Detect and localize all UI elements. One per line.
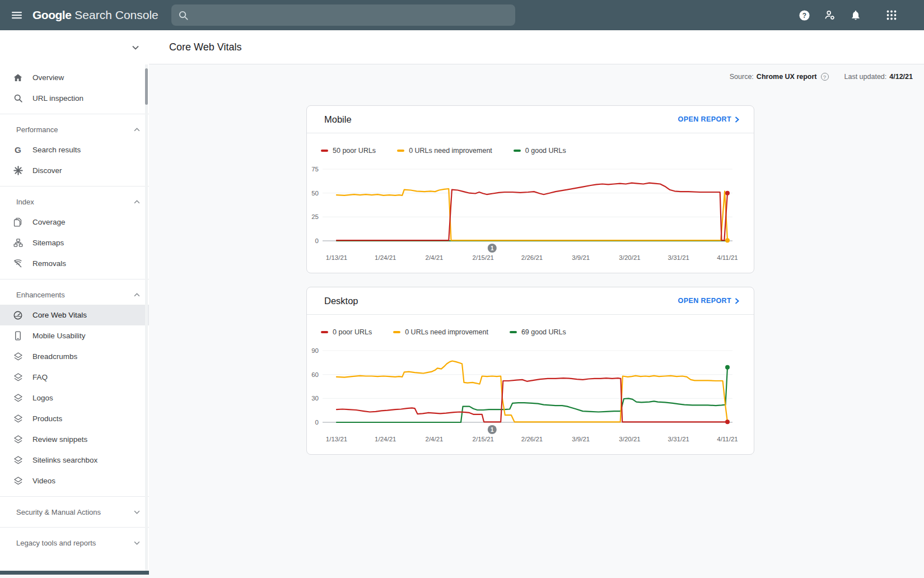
nav-section-label: Enhancements	[16, 291, 65, 299]
page-title: Core Web Vitals	[169, 30, 241, 64]
legend-item: 0 poor URLs	[321, 328, 372, 336]
mobile-line-chart[interactable]: 02550751/13/211/24/212/4/212/15/212/26/2…	[307, 164, 755, 268]
mobile-legend: 50 poor URLs0 URLs need improvement0 goo…	[307, 146, 754, 156]
x-axis-tick-label: 2/15/21	[473, 436, 494, 442]
gauge-icon	[12, 310, 24, 321]
property-selector[interactable]	[0, 30, 149, 64]
sidebar-item-coverage[interactable]: Coverage	[0, 212, 149, 232]
sidebar-item-label: Review snippets	[32, 435, 87, 444]
sidebar-scrollbar-thumb[interactable]	[145, 68, 148, 105]
x-axis-tick-label: 4/11/21	[717, 254, 738, 261]
sidebar-item-sitelinks-searchbox[interactable]: Sitelinks searchbox	[0, 450, 149, 470]
nav-divider	[0, 527, 149, 528]
layers-icon	[12, 455, 24, 466]
sidebar-item-core-web-vitals[interactable]: Core Web Vitals	[0, 305, 149, 325]
x-axis-tick-label: 4/11/21	[717, 436, 738, 442]
series-line-poor-urls	[337, 183, 727, 240]
chevron-down-icon	[134, 510, 140, 514]
x-axis-tick-label: 2/26/21	[521, 254, 543, 261]
sidebar-item-url-inspection[interactable]: URL inspection	[0, 88, 149, 109]
x-axis-tick-label: 2/26/21	[521, 436, 543, 442]
google-apps-grid-icon[interactable]	[881, 5, 902, 25]
layers-icon	[12, 434, 24, 445]
top-bar: Google Search Console ?	[0, 0, 924, 30]
user-settings-icon[interactable]	[820, 5, 840, 25]
hamburger-menu-icon[interactable]	[4, 3, 29, 27]
source-help-icon[interactable]: ?	[821, 73, 829, 81]
help-icon[interactable]: ?	[794, 5, 814, 25]
y-axis-tick-label: 0	[315, 237, 319, 244]
app-logo[interactable]: Google Search Console	[32, 8, 158, 22]
x-axis-tick-label: 2/4/21	[426, 254, 444, 261]
nav-section-index[interactable]: Index	[0, 192, 149, 212]
x-axis-tick-label: 1/24/21	[375, 436, 396, 442]
sidebar-item-videos[interactable]: Videos	[0, 470, 149, 491]
nav-divider	[0, 186, 149, 187]
home-icon	[12, 72, 24, 83]
sidebar-item-search-results[interactable]: GSearch results	[0, 139, 149, 160]
layers-icon	[12, 393, 24, 404]
source-row: Source: Chrome UX report ? Last updated:…	[149, 64, 924, 89]
sidebar-item-breadcrumbs[interactable]: Breadcrumbs	[0, 346, 149, 367]
sidebar-item-label: Breadcrumbs	[32, 352, 77, 361]
desktop-line-chart[interactable]: 03060901/13/211/24/212/4/212/15/212/26/2…	[307, 345, 755, 449]
layers-icon	[12, 372, 24, 383]
sidebar-item-label: Search results	[32, 146, 81, 154]
sidebar-item-label: Removals	[32, 259, 66, 268]
sidebar-item-discover[interactable]: Discover	[0, 160, 149, 181]
legend-item: 50 poor URLs	[321, 147, 376, 155]
layers-icon	[12, 351, 24, 362]
x-axis-tick-label: 3/9/21	[572, 254, 590, 261]
sidebar-item-review-snippets[interactable]: Review snippets	[0, 429, 149, 450]
mobile-card: Mobile OPEN REPORT 50 poor URLs0 URLs ne…	[306, 105, 754, 273]
sidebar-scrollbar-track[interactable]	[145, 64, 148, 575]
sidebar-item-mobile-usability[interactable]: Mobile Usability	[0, 325, 149, 346]
sidebar-item-logos[interactable]: Logos	[0, 388, 149, 408]
svg-text:?: ?	[802, 11, 806, 19]
sidebar-item-label: Overview	[32, 73, 64, 82]
y-axis-tick-label: 60	[311, 371, 319, 378]
y-axis-tick-label: 0	[315, 419, 319, 426]
sidebar-item-removals[interactable]: Removals	[0, 253, 149, 274]
layers-icon	[12, 476, 24, 487]
series-line-urls-need-improvement	[337, 361, 727, 422]
legend-item: 0 URLs need improvement	[397, 147, 492, 155]
nav-section-enhancements[interactable]: Enhancements	[0, 285, 149, 305]
sidebar-item-label: Logos	[32, 394, 53, 402]
nav-section-security-manual-actions[interactable]: Security & Manual Actions	[0, 502, 149, 522]
legend-label: 69 good URLs	[521, 328, 566, 336]
sidebar-item-label: Mobile Usability	[32, 332, 86, 340]
legend-label: 50 poor URLs	[333, 147, 376, 155]
last-updated-value: 4/12/21	[889, 73, 913, 81]
annotation-marker-label: 1	[491, 245, 494, 251]
nav-section-legacy-tools-and-reports[interactable]: Legacy tools and reports	[0, 533, 149, 553]
nav-section-label: Index	[16, 198, 34, 206]
nav-section-performance[interactable]: Performance	[0, 119, 149, 139]
x-axis-tick-label: 3/31/21	[668, 436, 689, 442]
notifications-bell-icon[interactable]	[846, 5, 866, 25]
open-report-button-desktop[interactable]: OPEN REPORT	[678, 297, 739, 305]
google-search-console-app: Google Search Console ?	[0, 0, 924, 578]
sidebar-item-sitemaps[interactable]: Sitemaps	[0, 232, 149, 253]
legend-dash-icon	[321, 331, 328, 333]
sidebar-item-products[interactable]: Products	[0, 408, 149, 429]
desktop-card-header: Desktop OPEN REPORT	[307, 287, 754, 315]
page-header: Core Web Vitals	[0, 30, 924, 64]
x-axis-tick-label: 1/24/21	[375, 254, 396, 261]
sitemaps-icon	[12, 237, 24, 249]
legend-item: 0 URLs need improvement	[393, 328, 488, 336]
card-title-desktop: Desktop	[324, 296, 358, 306]
desktop-card: Desktop OPEN REPORT 0 poor URLs0 URLs ne…	[306, 287, 754, 455]
mobile-card-header: Mobile OPEN REPORT	[307, 106, 754, 133]
chevron-up-icon	[134, 200, 140, 204]
x-axis-tick-label: 3/9/21	[572, 436, 590, 442]
sidebar-item-faq[interactable]: FAQ	[0, 367, 149, 388]
y-axis-tick-label: 90	[311, 347, 319, 354]
x-axis-tick-label: 3/20/21	[619, 436, 640, 442]
layers-icon	[12, 413, 24, 425]
sidebar-item-overview[interactable]: Overview	[0, 67, 149, 88]
legend-label: 0 poor URLs	[333, 328, 372, 336]
source-value: Chrome UX report	[757, 73, 817, 81]
search-input[interactable]	[171, 4, 515, 26]
open-report-button-mobile[interactable]: OPEN REPORT	[678, 115, 739, 123]
